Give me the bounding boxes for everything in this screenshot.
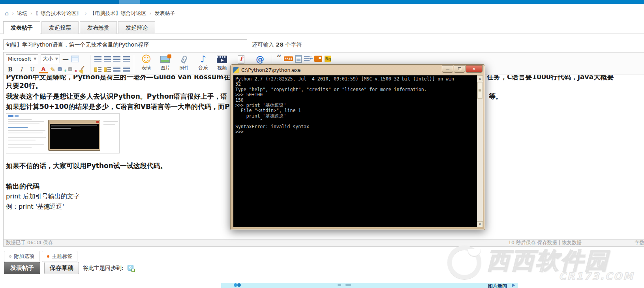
site-watermark: 西西软件园 CR173.COM <box>440 240 644 288</box>
sync-target-icon[interactable] <box>128 265 135 272</box>
remove-link-icon[interactable]: x <box>68 67 76 72</box>
clear-format-icon[interactable] <box>78 65 86 73</box>
free-stamp-icon[interactable]: FREE <box>284 56 293 61</box>
home-icon[interactable]: ⌂ <box>5 11 9 16</box>
banner-arrow-icon <box>512 283 515 287</box>
align-justify-icon[interactable] <box>123 56 130 62</box>
scroll-up-arrow[interactable]: ▲ <box>477 75 483 81</box>
word-doc-icon[interactable] <box>295 55 302 63</box>
chevron-down-icon: ▼ <box>55 57 58 61</box>
subject-input[interactable] <box>3 39 247 50</box>
editor-status-bar: 数据已于 06:34 保存 10 秒后保存 保存数据 | 恢复数据 字数 <box>4 239 644 246</box>
close-button[interactable]: ✕ <box>466 65 483 73</box>
paperclip-icon <box>180 55 188 64</box>
text-wrap-icon[interactable] <box>304 56 312 62</box>
emoticon-label: 表情 <box>141 65 151 71</box>
paragraph-1-left: Python中文是蟒蛇，Python是荷兰的一老外—Guido van Ross… <box>6 75 230 82</box>
banner-graphic <box>345 284 351 286</box>
ordered-list-icon[interactable] <box>113 67 120 72</box>
console-scrollbar[interactable]: ▲ ▼ <box>477 75 483 227</box>
film-icon <box>217 56 227 63</box>
breadcrumb-item-board[interactable]: 【电脑技术】综合讨论区 <box>90 10 146 17</box>
chevron-down-icon: ▼ <box>34 57 36 61</box>
image-icon <box>160 56 170 63</box>
paragraph-8: 例：print '基德逗逗' <box>6 203 64 211</box>
console-titlebar[interactable]: C:\Python27\python.exe — ✕ <box>231 65 485 75</box>
paragraph-7: print 后加引号输出的文字 <box>6 193 80 201</box>
toolbar-separator <box>134 55 134 74</box>
breadcrumb-item-section[interactable]: 〖综合技术讨论区〗 <box>36 10 82 17</box>
breadcrumb-item-forum[interactable]: 论坛 <box>17 10 27 17</box>
blockquote-icon[interactable]: “ <box>276 56 281 62</box>
breadcrumb-separator: › <box>12 11 14 16</box>
scrollbar-thumb[interactable] <box>477 82 483 99</box>
tab-new-post[interactable]: 发表帖子 <box>3 21 40 34</box>
emoticon-button[interactable]: ☺ 表情 <box>138 54 154 71</box>
embedded-screenshot-thumbnail[interactable] <box>6 113 120 153</box>
horizontal-rule-icon[interactable]: — <box>62 55 69 63</box>
maximize-button[interactable] <box>454 65 465 73</box>
watermark-domain: CR173.COM <box>559 271 634 282</box>
counter-suffix: 个字符 <box>285 41 302 48</box>
video-button[interactable]: 视频 <box>214 54 230 71</box>
python-console-window[interactable]: C:\Python27\python.exe — ✕ Python 2.7 (r… <box>230 64 485 230</box>
table-icon[interactable] <box>71 56 79 62</box>
breadcrumb: ⌂ › 论坛 › 〖综合技术讨论区〗 › 【电脑技术】综合讨论区 › 发表帖子 <box>5 10 175 17</box>
toolbar-separator <box>90 55 90 74</box>
highlight-pencil-icon[interactable]: ✎ <box>50 66 55 73</box>
save-restore-links[interactable]: 保存数据 | 恢复数据 <box>537 239 582 245</box>
font-family-select[interactable]: Microsoft ▼ <box>6 54 38 63</box>
indent-decrease-icon[interactable] <box>94 67 101 72</box>
sync-label: 将此主题同步到: <box>83 265 124 272</box>
maximize-glyph <box>458 67 461 70</box>
bullet-icon <box>9 255 11 258</box>
insert-image-button[interactable]: 图片 <box>157 54 173 71</box>
tab-new-debate[interactable]: 发起辩论 <box>118 21 155 34</box>
paragraph-5: 如果不信的话，大家可以用Python试一试这段代码。 <box>6 161 167 170</box>
indent-increase-icon[interactable] <box>104 67 111 72</box>
banner-text: 图片新闻 <box>488 283 507 288</box>
bold-button[interactable]: B <box>6 65 15 74</box>
font-color-button[interactable]: A <box>39 66 48 73</box>
unordered-list-icon[interactable] <box>123 67 130 72</box>
plus-glyph: + <box>63 68 67 73</box>
background-color-icon[interactable]: Bg <box>325 56 331 62</box>
align-right-icon[interactable] <box>113 56 120 62</box>
tab-new-reward[interactable]: 发布悬赏 <box>80 21 117 34</box>
publish-post-button[interactable]: 发表帖子 <box>4 262 40 274</box>
subject-row: 还可输入 28 个字符 <box>3 39 302 50</box>
paragraph-4: 如果想计算50+100的结果是多少，C语言和VB语言等一大串的代码，而P <box>6 102 229 111</box>
font-size-select[interactable]: 大小 ▼ <box>41 54 60 63</box>
align-center-icon[interactable] <box>104 56 111 62</box>
publish-row: 发表帖子 保存草稿 将此主题同步到: <box>4 262 135 274</box>
tab-new-poll[interactable]: 发起投票 <box>41 21 79 34</box>
attach-options-label: 附加选项 <box>14 253 34 260</box>
save-draft-button[interactable]: 保存草稿 <box>44 262 79 274</box>
bottom-ad-banner[interactable]: 图片新闻 <box>221 283 518 288</box>
watermark-logo-icon <box>447 245 481 279</box>
insert-link-icon[interactable]: + <box>58 67 66 72</box>
banner-logo-icon <box>234 283 242 288</box>
minimize-button[interactable]: — <box>442 65 453 73</box>
scroll-down-arrow[interactable]: ▼ <box>477 221 483 227</box>
smiley-icon: ☺ <box>141 54 151 64</box>
console-output-area[interactable]: Python 2.7 (r27:82525, Jul 4 2010, 09:01… <box>233 75 483 227</box>
underline-button[interactable]: U <box>28 65 37 74</box>
video-label: 视频 <box>217 65 227 71</box>
topic-tags-button[interactable]: 主题标签 <box>42 251 77 262</box>
attachment-button[interactable]: 附件 <box>176 54 192 71</box>
bullet-icon <box>47 255 49 258</box>
italic-button[interactable]: I <box>17 65 26 74</box>
watermark-text: 西西软件园 <box>487 245 609 276</box>
align-left-icon[interactable] <box>94 56 101 62</box>
paragraph-6: 输出的代码 <box>6 182 39 191</box>
tab-strip: 发表帖子 发起投票 发布悬赏 发起辩论 <box>0 21 644 34</box>
music-button[interactable]: ♪ 音乐 <box>195 54 211 71</box>
breadcrumb-separator: › <box>85 11 87 16</box>
top-accent-bar <box>0 0 644 4</box>
attach-options-button[interactable]: 附加选项 <box>4 251 39 262</box>
autosave-status: 数据已于 06:34 保存 <box>6 239 53 246</box>
attachment-label: 附件 <box>179 65 189 71</box>
paragraph-2: 只要20行。 <box>6 81 42 90</box>
hide-content-icon[interactable] <box>314 56 322 62</box>
